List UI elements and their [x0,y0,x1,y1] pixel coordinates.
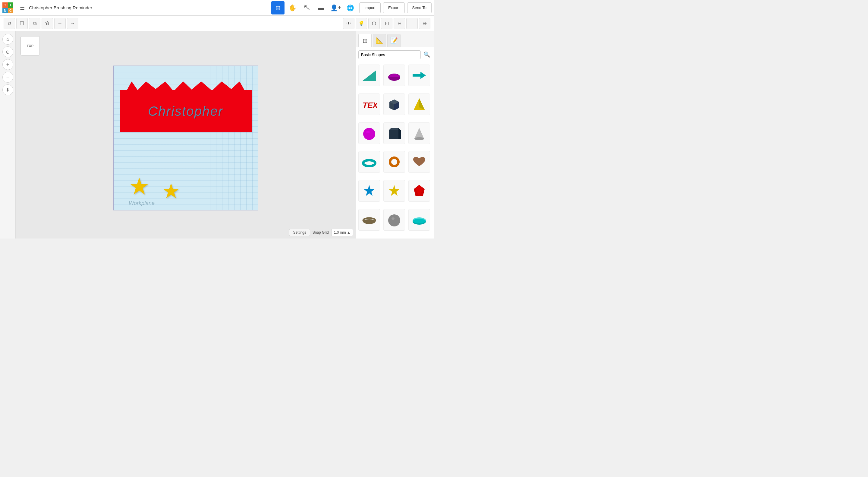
logo-n: N [2,8,8,13]
panel-tabs: ⊞ 📐 📝 [356,31,434,47]
shape-orange-ring[interactable] [383,151,405,173]
tab-ruler[interactable]: 📐 [373,34,386,47]
svg-marker-14 [414,128,424,139]
shape-gray-cone[interactable] [408,122,430,144]
star-2: ★ [162,180,180,201]
paste-button[interactable]: ❑ [16,18,28,29]
bottom-bar: Settings Snap Grid 1.0 mm ▲ [289,229,353,236]
undo-button[interactable]: ← [54,18,66,29]
christopher-text: Christopher [148,103,223,119]
view-label: TOP [27,44,33,48]
shape-search-bar: Basic Shapes 🔍 [356,47,434,62]
tab-grid[interactable]: ⊞ [358,34,372,47]
search-button[interactable]: 🔍 [422,50,432,59]
shape-teal-lens[interactable] [408,209,430,231]
svg-point-16 [363,160,375,166]
align-button[interactable]: ⊟ [394,18,405,29]
svg-text:TEXT: TEXT [363,101,377,110]
star-1: ★ [129,174,150,198]
shape-gray-sphere2[interactable] [383,209,405,231]
svg-point-18 [391,159,397,165]
download-button[interactable]: ⬇ [2,84,13,95]
svg-point-9 [363,128,375,140]
export-button[interactable]: Export [383,2,405,13]
logo-t: T [2,2,8,8]
mirror-button[interactable]: ⊕ [419,18,430,29]
right-panel: ⊞ 📐 📝 Basic Shapes 🔍 [355,31,434,239]
layers-button[interactable]: ▬ [315,1,328,14]
tools-button[interactable]: ⛏ [300,1,313,14]
grid-view-button[interactable]: ⊞ [271,1,284,14]
home-button[interactable]: ⌂ [2,34,13,44]
duplicate-button[interactable]: ⧉ [29,18,40,29]
zoom-in-button[interactable]: + [2,59,13,70]
view-3d-button[interactable]: 🖐 [286,1,299,14]
copy-button[interactable]: ⧉ [4,18,15,29]
avatar-button[interactable]: 🌐 [344,1,357,14]
shape-brown-heart[interactable] [408,151,430,173]
light-button[interactable]: 💡 [355,18,367,29]
shape-yellow-pyramid[interactable] [408,93,430,115]
svg-point-15 [414,137,424,140]
import-button[interactable]: Import [359,2,381,13]
shape-gold-star[interactable] [383,180,405,202]
shape-green-wedge[interactable] [358,64,380,86]
view-indicator[interactable]: TOP [21,36,40,56]
svg-point-28 [412,217,426,223]
send-to-button[interactable]: Send To [407,2,432,13]
tab-note[interactable]: 📝 [387,34,401,47]
svg-rect-11 [389,130,398,139]
camera-button[interactable]: 👁 [343,18,354,29]
tinkercad-logo: T I N C [2,2,13,13]
zoom-out-button[interactable]: − [2,72,13,83]
shape-teal-torus[interactable] [358,151,380,173]
svg-marker-2 [412,72,426,79]
shape-navy-box[interactable] [383,122,405,144]
shape-blue-star[interactable] [358,180,380,202]
svg-marker-0 [363,70,376,81]
shape-blue-cube[interactable] [383,93,405,115]
shape-purple-half-sphere[interactable] [383,64,405,86]
delete-button[interactable]: 🗑 [41,18,53,29]
shape-text-3d[interactable]: TEXT [358,93,380,115]
christopher-banner: Christopher [120,90,252,132]
project-title: Christopher Brushing Reminder [29,5,271,10]
workplane[interactable]: Christopher ★ ★ Workplane [113,65,258,210]
snap-grid-label: Snap Grid [313,230,329,235]
fit-selection-button[interactable]: ⊙ [2,47,13,57]
svg-point-26 [392,217,395,220]
user-button[interactable]: 👤+ [329,1,342,14]
shape-toggle-button[interactable]: ⬡ [368,18,380,29]
snap-grid-value[interactable]: 1.0 mm ▲ [331,229,353,236]
workplane-label: Workplane [129,200,155,206]
svg-marker-12 [389,128,398,130]
shape-grid: TEXT [356,62,434,239]
svg-marker-20 [389,185,400,196]
group-button[interactable]: ⊡ [381,18,393,29]
logo-c: C [8,8,13,13]
flip-button[interactable]: ⟂ [406,18,418,29]
shape-red-gem[interactable] [408,180,430,202]
svg-marker-13 [398,128,401,139]
shape-magenta-sphere[interactable] [358,122,380,144]
svg-point-10 [366,131,370,133]
redo-button[interactable]: → [67,18,79,29]
shape-teal-arrow[interactable] [408,64,430,86]
settings-button[interactable]: Settings [289,229,310,236]
canvas-area[interactable]: TOP Christopher ★ ★ Workplane Settings S… [16,31,355,239]
shape-brown-ring2[interactable] [358,209,380,231]
left-sidebar: ⌂ ⊙ + − ⬇ [0,31,16,239]
menu-button[interactable]: ☰ [16,1,29,14]
shape-library-dropdown[interactable]: Basic Shapes [358,50,421,59]
svg-point-25 [388,214,400,227]
logo-i: I [8,2,13,8]
svg-marker-19 [364,185,375,196]
